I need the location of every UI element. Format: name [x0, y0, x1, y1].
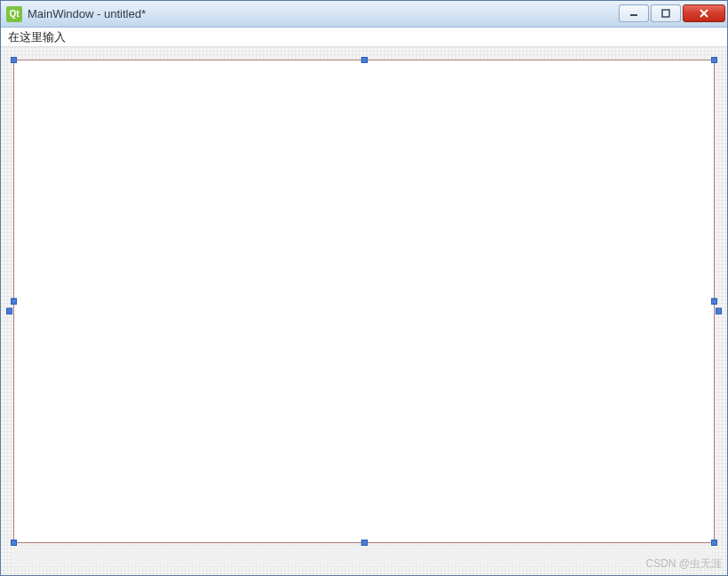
- central-widget[interactable]: [13, 60, 715, 543]
- minimize-button[interactable]: [619, 4, 649, 22]
- maximize-button[interactable]: [651, 4, 681, 22]
- statusbar-area: [13, 547, 715, 564]
- selection-handle-top-right[interactable]: [711, 57, 717, 63]
- window-resize-handle-left[interactable]: [6, 308, 12, 315]
- selection-handle-bottom-right[interactable]: [711, 540, 717, 546]
- selection-handle-top-center[interactable]: [361, 57, 367, 63]
- design-surface[interactable]: [1, 47, 727, 575]
- selection-handle-top-left[interactable]: [11, 57, 17, 63]
- menubar[interactable]: 在这里输入: [1, 28, 727, 47]
- selection-handle-bottom-left[interactable]: [11, 540, 17, 546]
- main-window: Qt MainWindow - untitled* 在这里输入: [0, 0, 728, 576]
- window-resize-handle-right[interactable]: [716, 308, 722, 315]
- selection-handle-middle-right[interactable]: [711, 299, 717, 305]
- selection-handle-middle-left[interactable]: [11, 299, 17, 305]
- titlebar[interactable]: Qt MainWindow - untitled*: [1, 1, 727, 28]
- close-button[interactable]: [683, 4, 725, 22]
- qt-icon: Qt: [6, 6, 22, 22]
- svg-rect-1: [662, 10, 669, 17]
- menu-input-placeholder[interactable]: 在这里输入: [4, 28, 69, 46]
- selection-handle-bottom-center[interactable]: [361, 540, 367, 546]
- window-controls: [617, 4, 725, 24]
- window-title: MainWindow - untitled*: [28, 7, 617, 20]
